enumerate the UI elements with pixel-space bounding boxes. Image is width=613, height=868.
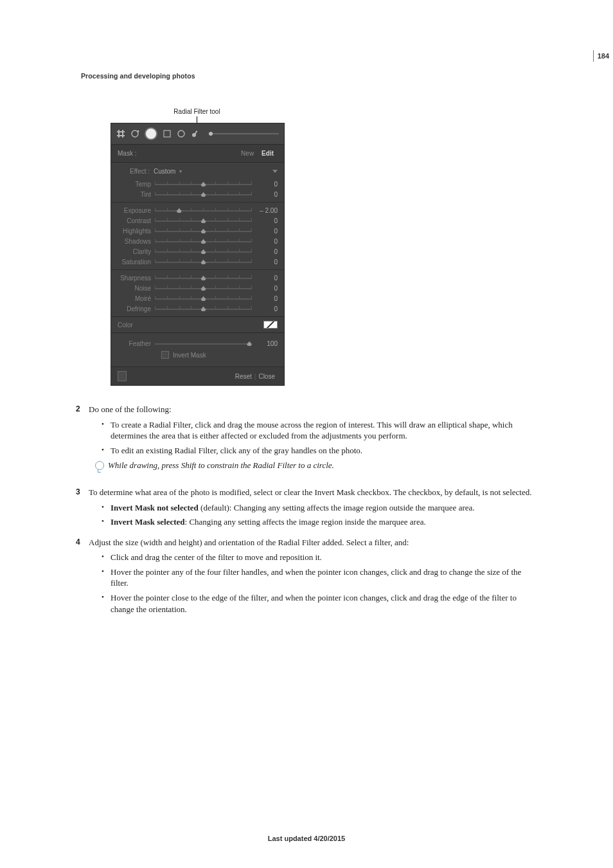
slider-track[interactable] [155, 181, 252, 186]
list-item: To create a Radial Filter, click and dra… [102, 419, 536, 442]
step-lead: To determine what area of the photo is m… [89, 487, 536, 498]
slider-row-noise: Noise0 [118, 283, 278, 293]
svg-point-7 [178, 131, 184, 137]
spot-removal-icon[interactable] [130, 129, 139, 138]
color-swatch[interactable] [263, 321, 278, 329]
step-lead: Adjust the size (width and height) and o… [89, 537, 536, 548]
sliders-area: Effect : Custom ▾ Temp0Tint0 Exposure– 2… [111, 163, 284, 316]
step-lead: Do one of the following: [89, 404, 536, 415]
slider-row-exposure: Exposure– 2.00 [118, 205, 278, 215]
slider-label: Defringe [118, 305, 151, 312]
slider-track[interactable] [155, 208, 252, 213]
slider-label: Clarity [118, 248, 151, 255]
slider-value: 0 [256, 285, 278, 292]
slider-row-defringe: Defringe0 [118, 303, 278, 314]
adjustment-brush-icon[interactable] [191, 129, 200, 138]
effect-disclosure-icon[interactable] [272, 170, 278, 173]
svg-rect-3 [117, 135, 125, 136]
slider-row-shadows: Shadows0 [118, 236, 278, 246]
feather-slider[interactable] [155, 341, 252, 346]
step-4-bullets: Click and drag the center of the filter … [76, 552, 536, 615]
svg-rect-2 [122, 130, 123, 138]
feather-label: Feather [118, 340, 151, 347]
slider-value: 0 [256, 191, 278, 198]
color-label: Color [118, 321, 133, 329]
slider-label: Tint [118, 191, 151, 198]
graduated-filter-icon[interactable] [163, 129, 172, 138]
slider-row-saturation: Saturation0 [118, 257, 278, 267]
effect-value[interactable]: Custom [154, 168, 175, 175]
list-item: To edit an existing Radial Filter, click… [102, 445, 536, 457]
list-item: Invert Mask not selected (default): Chan… [102, 502, 536, 514]
mask-new-tab[interactable]: New [237, 149, 258, 158]
step-number: 4 [76, 537, 89, 548]
panel-toggle-icon[interactable] [118, 371, 127, 381]
slider-label: Shadows [118, 238, 151, 245]
brush-size-slider[interactable] [209, 133, 279, 134]
feather-value: 100 [256, 340, 278, 347]
mask-label: Mask : [118, 150, 136, 157]
slider-row-tint: Tint0 [118, 189, 278, 199]
slider-row-sharpness: Sharpness0 [118, 273, 278, 283]
slider-track[interactable] [155, 228, 252, 233]
slider-track[interactable] [155, 239, 252, 244]
lightbulb-icon [94, 460, 104, 473]
slider-row-moiré: Moiré0 [118, 293, 278, 303]
svg-point-5 [138, 131, 139, 132]
step-2-bullets: To create a Radial Filter, click and dra… [76, 419, 536, 457]
slider-label: Saturation [118, 258, 151, 266]
page-number: 184 [593, 50, 613, 62]
panel-footer: Reset | Close [111, 366, 284, 385]
radial-filter-icon[interactable] [177, 129, 186, 138]
effect-row: Effect : Custom ▾ [118, 167, 278, 179]
list-item: Invert Mask selected: Changing any setti… [102, 516, 536, 528]
radial-filter-panel: Mask : New Edit Effect : Custom ▾ Temp0T… [111, 123, 285, 386]
slider-label: Exposure [118, 207, 151, 214]
invert-mask-label: Invert Mask [173, 352, 206, 359]
tip-text: While drawing, press Shift to constrain … [108, 460, 334, 471]
reset-button[interactable]: Reset [233, 373, 254, 380]
slider-track[interactable] [155, 296, 252, 301]
slider-track[interactable] [155, 285, 252, 291]
step-3-bullets: Invert Mask not selected (default): Chan… [76, 502, 536, 528]
step-number: 2 [76, 404, 89, 415]
slider-value: 0 [256, 248, 278, 255]
step-3: 3 To determine what area of the photo is… [76, 487, 536, 498]
slider-value: 0 [256, 305, 278, 312]
list-item: Click and drag the center of the filter … [102, 552, 536, 563]
step-number: 3 [76, 487, 89, 498]
page-footer: Last updated 4/20/2015 [0, 835, 613, 842]
figure-caption: Radial Filter tool [111, 108, 283, 115]
step-4: 4 Adjust the size (width and height) and… [76, 537, 536, 548]
svg-rect-0 [118, 130, 120, 138]
slider-track[interactable] [155, 306, 252, 311]
slider-value: – 2.00 [256, 207, 278, 214]
slider-value: 0 [256, 238, 278, 245]
slider-track[interactable] [155, 218, 252, 223]
slider-label: Moiré [118, 295, 151, 302]
slider-label: Sharpness [118, 275, 151, 282]
crop-icon[interactable] [116, 129, 125, 138]
slider-row-clarity: Clarity0 [118, 246, 278, 257]
close-button[interactable]: Close [256, 373, 278, 380]
slider-label: Noise [118, 285, 151, 292]
slider-row-highlights: Highlights0 [118, 226, 278, 236]
slider-track[interactable] [155, 249, 252, 254]
slider-value: 0 [256, 258, 278, 266]
slider-track[interactable] [155, 275, 252, 280]
section-title: Processing and developing photos [81, 72, 195, 80]
red-eye-icon[interactable] [145, 127, 157, 140]
invert-mask-checkbox[interactable] [161, 351, 169, 359]
slider-row-temp: Temp0 [118, 179, 278, 189]
slider-track[interactable] [155, 259, 252, 264]
tip: While drawing, press Shift to constrain … [94, 460, 536, 473]
feather-slider-row: Feather 100 [118, 338, 278, 348]
slider-value: 0 [256, 295, 278, 302]
mask-edit-tab[interactable]: Edit [258, 149, 278, 158]
slider-track[interactable] [155, 192, 252, 197]
invert-mask-row: Invert Mask [118, 348, 278, 364]
slider-value: 0 [256, 275, 278, 282]
caption-pointer-line [197, 116, 197, 123]
slider-row-contrast: Contrast0 [118, 215, 278, 226]
radial-filter-figure: Radial Filter tool [111, 108, 283, 386]
